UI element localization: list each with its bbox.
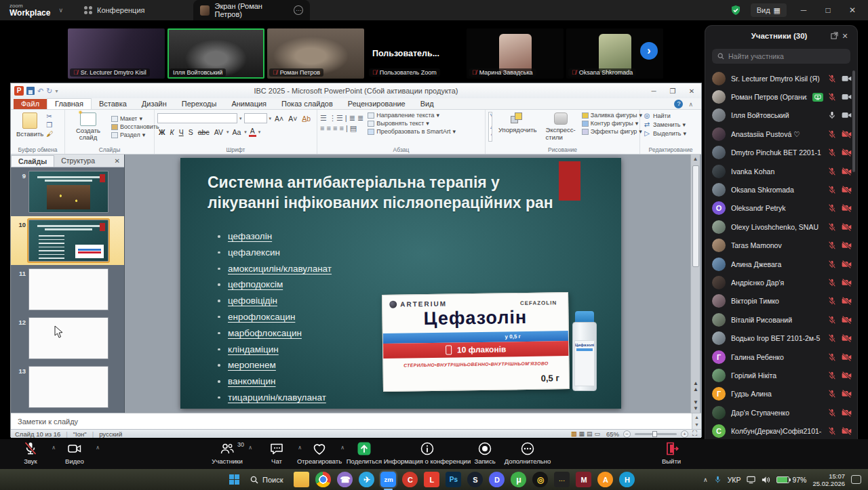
close-button[interactable]: ✕ [845,5,860,15]
video-tile[interactable]: 🎙̸ Марина Завадська [467,28,564,79]
tab-slides[interactable]: Слайды [11,155,54,167]
next-slide-button[interactable]: ▼▼ [691,399,701,411]
tab-outline[interactable]: Структура [54,155,102,166]
taskbar-app-icon[interactable]: Ps [446,472,461,487]
taskbar-app-icon[interactable]: A [597,472,613,487]
taskbar-app-icon[interactable]: µ [511,472,526,487]
previous-slide-button[interactable]: ▲▲ [691,380,701,392]
participants-scrollbar[interactable] [852,70,855,172]
scrollbar-thumb[interactable] [692,165,699,267]
toolbar-button[interactable]: 30 ∧ Участники [200,441,254,465]
fit-to-window-icon[interactable]: ⛶ [692,430,697,438]
ribbon-tab[interactable]: Анимация [224,99,274,109]
select-button[interactable]: ▷Выделить ▾ [643,129,698,137]
section-button[interactable]: Раздел ▾ [111,131,159,138]
maximize-button[interactable]: □ [821,5,835,15]
popout-icon[interactable] [829,32,840,41]
align-text-button[interactable]: Выровнять текст ▾ [368,120,456,127]
start-button[interactable] [229,474,239,485]
taskbar-app-icon[interactable]: S [467,472,483,487]
taskbar-app-icon[interactable] [315,472,331,487]
participant-row[interactable]: Olexy Livoshchenko, SNAU [712,218,852,236]
current-slide[interactable]: Системна антибактеріальна терапія у ліку… [180,158,621,409]
video-tile[interactable]: 🎙̸ Ілля Войтовський [167,28,264,79]
participant-row[interactable]: Г Гудзь Алина [712,385,852,403]
slide-thumbnail[interactable] [28,171,108,213]
underline-button[interactable]: Ч [178,128,185,136]
zoom-slider[interactable] [635,433,677,435]
participant-row[interactable]: Алина Джевага [712,255,852,273]
bold-button[interactable]: Ж [157,128,167,136]
ribbon-tab[interactable]: Главная [47,98,92,109]
video-tile[interactable]: 🎙̸ Роман Петров [267,28,364,79]
network-icon[interactable] [747,476,755,484]
replace-button[interactable]: ⇄Заменить ▾ [643,121,698,128]
taskbar-app-icon[interactable]: ☎ [337,472,353,487]
taskbar-app-icon[interactable]: zm [380,472,396,487]
search-participant-input[interactable]: Найти участника [712,49,850,64]
slide-thumbnail[interactable] [28,366,108,408]
video-tile[interactable]: Пользователь... 🎙̸ Пользователь Zoom [367,28,464,79]
slide-thumbnail-row[interactable]: 10 [11,216,124,265]
ribbon-tab[interactable]: Переходы [174,99,224,109]
participant-row[interactable]: Ілля Войтовський [712,106,852,125]
ribbon-tab[interactable]: Показ слайдов [274,99,340,109]
minimize-button[interactable]: ─ [796,5,811,15]
scroll-up-icon[interactable]: ▲ [691,155,700,164]
smartart-button[interactable]: Преобразовать в SmartArt ▾ [368,128,456,135]
font-color-button[interactable]: A [249,127,256,137]
arrange-button[interactable]: Упорядочить [496,112,540,134]
participant-row[interactable]: С Колбун(Деркач)Софія2101-1м5 [712,422,852,440]
find-button[interactable]: ◎Найти [643,112,698,119]
bullet-list-icons[interactable]: ☰ ⋮☰ | ≣ ≣ [320,114,363,123]
shape-outline-button[interactable]: Контур фигуры ▾ [582,120,642,127]
font-size-combo[interactable] [244,113,267,123]
italic-button[interactable]: К [169,128,176,136]
tray-expand-icon[interactable]: ∧ [703,476,708,483]
language-indicator[interactable]: УКР [728,476,741,484]
taskbar-app-icon[interactable]: C [402,472,418,487]
cut-icon[interactable]: ✂ [46,113,53,120]
slide-scrollbar[interactable]: ▲ ▲▲ ▼▼ [690,155,700,413]
taskbar-app-icon[interactable]: L [424,472,439,487]
slide-thumbnail-row[interactable]: 13 [11,363,124,411]
battery-indicator[interactable]: 97% [776,476,806,484]
ppt-close-button[interactable]: ✕ [682,87,701,95]
change-case-button[interactable]: Aa [231,128,242,136]
help-icon[interactable]: ? [674,100,683,108]
minimize-ribbon-icon[interactable]: ∧ [688,101,693,108]
participant-row[interactable]: Водько Ігор ВЕТ 2101-2м-5 [712,329,852,347]
taskbar-search[interactable]: Поиск [250,476,283,484]
participant-row[interactable]: Ivanka Kohan [712,162,852,180]
slide-thumbnail-row[interactable]: 11 [11,265,124,314]
notes-scrollbar[interactable]: ▲▼ [692,413,701,429]
participant-row[interactable]: Dmytro Pinchuk BET 2201-1 м5 [712,144,852,162]
participant-row[interactable]: Горілий Нікіта [712,366,852,384]
ribbon-tab[interactable]: Дизайн [134,99,174,109]
chevron-up-icon[interactable]: ∧ [96,445,100,451]
next-participants-button[interactable]: › [640,42,658,60]
slide-title[interactable]: Системна антибактеріальна терапія у ліку… [208,173,604,213]
taskbar-app-icon[interactable]: H [619,472,635,487]
participant-row[interactable]: Роман Петров (Организатор) [712,87,852,106]
shape-effects-button[interactable]: Эффекты фигур ▾ [582,128,642,135]
clock[interactable]: 15:07 25.02.2026 [812,472,845,487]
new-slide-button[interactable]: Создать слайд [68,112,108,142]
pane-close-icon[interactable]: ✕ [115,157,124,165]
notification-center-icon[interactable] [851,475,861,484]
ppt-minimize-button[interactable]: ─ [644,87,663,95]
slide-thumbnail[interactable] [28,220,108,262]
decrease-font-icon[interactable]: A˅ [287,115,298,123]
shadow-button[interactable]: S [187,128,195,136]
clear-format-icon[interactable]: A̲b [300,115,312,123]
tray-mic-icon[interactable] [714,475,722,484]
ppt-maximize-button[interactable]: ❐ [663,87,682,95]
taskbar-app-icon[interactable]: ◎ [532,472,548,487]
strikethrough-button[interactable]: abc [197,128,211,136]
zoom-workplace-menu[interactable]: zoom Workplace ∨ [0,3,75,17]
participant-row[interactable]: Sr. Lecturer Dmytro Kisil (Я) [712,69,852,87]
participant-row[interactable]: Віталій Рисований [712,310,852,329]
panel-close-icon[interactable]: ✕ [840,32,850,41]
volume-icon[interactable] [762,476,770,484]
text-direction-button[interactable]: Направление текста ▾ [368,112,456,119]
